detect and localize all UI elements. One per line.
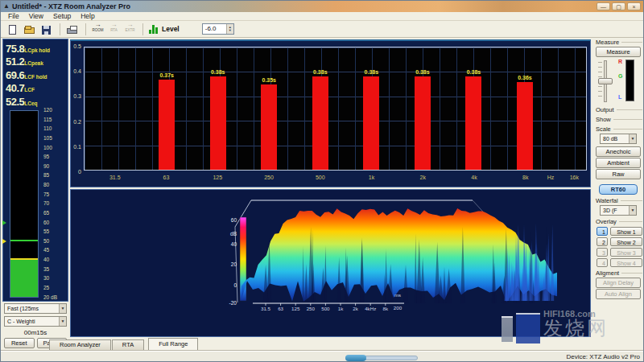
app-icon: ▲ bbox=[3, 3, 10, 10]
save-button[interactable] bbox=[39, 23, 54, 36]
rt60-x-tick: 125 bbox=[213, 175, 222, 180]
export-rta-button[interactable]: → RTA bbox=[106, 22, 122, 36]
svg-text:ms: ms bbox=[394, 293, 401, 298]
meter-scale-label: 30 bbox=[43, 276, 66, 282]
rt60-bar bbox=[415, 76, 431, 170]
meter-scale-label: 45 bbox=[43, 248, 66, 253]
chevron-down-icon[interactable]: ▼ bbox=[629, 134, 636, 143]
rt60-bar bbox=[312, 76, 328, 170]
meter-scale-label: 40 bbox=[43, 257, 66, 263]
auto-align-button[interactable]: Auto Align bbox=[596, 289, 641, 299]
alignment-group-label: Aligment bbox=[596, 269, 642, 277]
rt60-bar-value: 0.38s bbox=[207, 69, 229, 75]
chevron-down-icon[interactable]: ▼ bbox=[59, 304, 66, 313]
export-room-button[interactable]: → ROOM bbox=[90, 22, 105, 36]
rt60-y-tick: 0.5 bbox=[73, 43, 81, 49]
measure-button[interactable]: Measure bbox=[596, 47, 641, 57]
tab-room-analyzer[interactable]: Room Analyzer bbox=[49, 339, 111, 350]
rt60-bar-value: 0.38s bbox=[462, 69, 485, 75]
status-slider[interactable] bbox=[345, 356, 418, 360]
print-button[interactable] bbox=[64, 23, 80, 36]
minimize-button[interactable]: — bbox=[597, 2, 610, 10]
svg-text:125: 125 bbox=[291, 306, 300, 311]
meter-scale-label: 35 bbox=[43, 267, 66, 273]
overlay-num-button[interactable]: 4 bbox=[597, 258, 608, 267]
rt60-y-tick: 0.2 bbox=[73, 119, 81, 125]
meter-scale-label: 25 bbox=[43, 286, 66, 291]
anechoic-button[interactable]: Anechoic bbox=[596, 146, 641, 157]
waterfall-group-label: Waterfal bbox=[596, 197, 642, 204]
align-delay-button[interactable]: Align Delay bbox=[596, 278, 641, 288]
toolbar: → ROOM → RTA → EXTR Level -6.0 ▲▼ bbox=[1, 21, 644, 38]
scale-dropdown[interactable]: 80 dB ▼ bbox=[600, 134, 637, 144]
open-file-button[interactable] bbox=[22, 23, 37, 36]
svg-text:-20: -20 bbox=[229, 300, 237, 306]
new-file-icon bbox=[9, 25, 16, 35]
rt60-y-tick: 0 bbox=[78, 169, 81, 175]
measure-group-label: Measure bbox=[596, 39, 642, 46]
rt60-button[interactable]: RT60 bbox=[599, 184, 638, 195]
overlay-show-button[interactable]: Show 2 bbox=[610, 237, 642, 246]
right-control-panel: Measure Measure RGL Output Show Scale 80… bbox=[593, 36, 643, 350]
rt60-x-tick: 500 bbox=[316, 175, 325, 180]
svg-text:1k: 1k bbox=[338, 306, 344, 311]
level-readout-label: LCpeak bbox=[24, 60, 43, 66]
export-extra-button[interactable]: → EXTR bbox=[122, 22, 138, 36]
close-button[interactable]: × bbox=[627, 2, 641, 10]
svg-text:8k: 8k bbox=[383, 306, 389, 311]
overlay-num-button[interactable]: 1 bbox=[597, 227, 608, 236]
gain-slider-handle[interactable] bbox=[598, 78, 613, 84]
export-arrow-icon: → bbox=[95, 22, 101, 28]
chevron-down-icon[interactable]: ▼ bbox=[59, 317, 66, 326]
menu-view[interactable]: View bbox=[25, 12, 47, 20]
menu-setup[interactable]: Setup bbox=[49, 12, 75, 20]
spl-meter: 1201151101051009590858075706560555045403… bbox=[6, 110, 66, 298]
tab-rta[interactable]: RTA bbox=[112, 339, 144, 350]
waterfall-mode-value: 3D (F bbox=[603, 208, 617, 213]
level-readout-label: LCF hold bbox=[24, 74, 47, 80]
waterfall-mode-dropdown[interactable]: 3D (F ▼ bbox=[600, 205, 637, 216]
rt60-bar bbox=[517, 82, 533, 170]
tab-full-range[interactable]: Full Range bbox=[148, 338, 198, 350]
overlay-num-button[interactable]: 2 bbox=[597, 237, 608, 246]
level-meter-panel: 75.8LCpk hold51.2LCpeak69.6LCF hold40.7L… bbox=[2, 39, 68, 302]
output-group-label: Output bbox=[596, 106, 642, 113]
time-weighting-dropdown[interactable]: Fast (125ms ▼ bbox=[4, 303, 67, 314]
overlay-show-button[interactable]: Show 1 bbox=[610, 227, 642, 236]
input-meter-bar bbox=[625, 60, 634, 101]
overlay-row: 1Show 1 bbox=[597, 227, 643, 236]
reset-button[interactable]: Reset bbox=[4, 338, 35, 348]
freq-weighting-dropdown[interactable]: C - Weighti ▼ bbox=[4, 316, 67, 327]
export-arrow-icon: → bbox=[111, 22, 118, 28]
meter-scale-label: 105 bbox=[43, 136, 66, 142]
ambient-button[interactable]: Ambient bbox=[596, 158, 641, 168]
scale-value: 80 dB bbox=[603, 136, 617, 142]
meter-yellow-marker-icon bbox=[2, 239, 9, 244]
rt60-y-tick: 0.3 bbox=[73, 93, 81, 99]
spinner-arrows-icon[interactable]: ▲▼ bbox=[226, 24, 233, 34]
menu-help[interactable]: Help bbox=[76, 12, 98, 20]
level-spinbox[interactable]: -6.0 ▲▼ bbox=[202, 23, 234, 35]
svg-text:40: 40 bbox=[231, 241, 237, 247]
rt60-bar-value: 0.38s bbox=[411, 69, 434, 75]
overlay-show-button[interactable]: Show 4 bbox=[610, 258, 642, 267]
overlay-num-button[interactable]: 3 bbox=[597, 248, 608, 257]
svg-text:20: 20 bbox=[231, 261, 237, 267]
menu-bar: File View Setup Help bbox=[1, 12, 644, 21]
maximize-button[interactable]: ▢ bbox=[612, 2, 625, 10]
rt60-x-tick: 8k bbox=[522, 175, 528, 180]
menu-file[interactable]: File bbox=[4, 12, 23, 20]
overlay-row: 2Show 2 bbox=[597, 237, 643, 246]
meter-scale-label: 115 bbox=[43, 117, 66, 123]
chevron-down-icon[interactable]: ▼ bbox=[629, 206, 636, 215]
level-readout-label: LCF bbox=[24, 87, 35, 93]
svg-text:4kHz: 4kHz bbox=[365, 306, 376, 311]
level-value[interactable]: -6.0 bbox=[203, 24, 226, 34]
svg-text:0: 0 bbox=[233, 282, 237, 288]
raw-button[interactable]: Raw bbox=[596, 169, 641, 179]
rt60-bar bbox=[210, 76, 226, 170]
overlay-show-button[interactable]: Show 3 bbox=[610, 248, 642, 257]
status-slider-knob[interactable] bbox=[345, 355, 366, 361]
new-file-button[interactable] bbox=[5, 23, 20, 36]
meter-scale-label: 50 bbox=[43, 239, 66, 245]
